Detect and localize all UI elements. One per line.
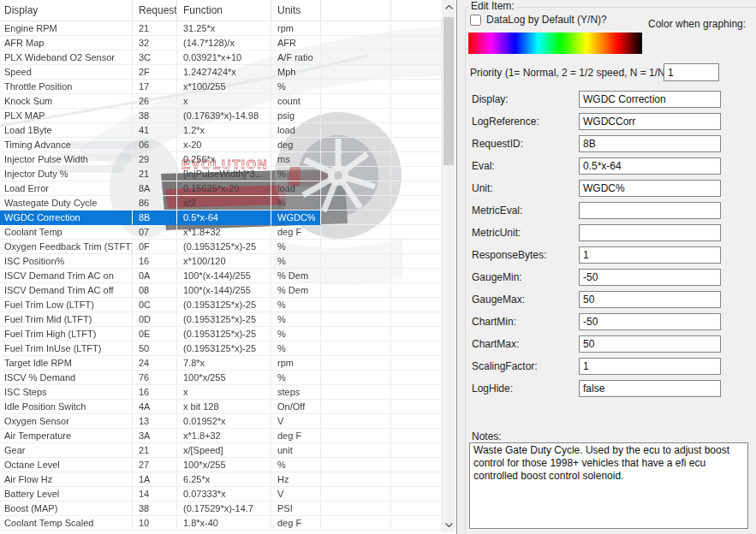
table-row[interactable]: AFR Map32(14.7*128)/xAFR bbox=[0, 36, 442, 50]
table-row[interactable]: Octane Level27100*x/255% bbox=[0, 458, 442, 472]
table-row[interactable]: Oxygen Sensor130.01952*xV bbox=[0, 414, 442, 429]
table-row[interactable]: Air Flow Hz1A6.25*xHz bbox=[0, 472, 442, 487]
graph-color-picker-bar[interactable] bbox=[468, 33, 642, 54]
function-cell: x bbox=[177, 94, 271, 109]
table-row[interactable]: Speed2F1.2427424*xMph bbox=[0, 65, 442, 80]
table-row[interactable]: Load Error8A0.15625*x-20load bbox=[0, 181, 442, 196]
field-input-display[interactable] bbox=[579, 91, 721, 108]
function-cell: 1.8*x-40 bbox=[177, 516, 271, 531]
request-cell: 16 bbox=[133, 385, 177, 400]
field-label-chartmin: ChartMin: bbox=[472, 316, 516, 328]
datalog-default-checkbox[interactable] bbox=[470, 15, 481, 26]
table-row[interactable]: Oxygen Feedback Trim (STFT)0F(0.1953125*… bbox=[0, 240, 442, 254]
spacer-cell bbox=[391, 181, 442, 196]
field-input-requestid[interactable] bbox=[579, 135, 721, 152]
field-input-unit[interactable] bbox=[579, 180, 721, 197]
function-cell: 100*x/255 bbox=[177, 458, 271, 472]
table-row[interactable]: Target Idle RPM247.8*xrpm bbox=[0, 356, 442, 371]
field-input-eval[interactable] bbox=[579, 157, 721, 175]
table-row[interactable]: Wastegate Duty Cycle86x/2% bbox=[0, 196, 442, 211]
vertical-scrollbar[interactable] bbox=[442, 0, 455, 532]
field-input-responsebytes[interactable] bbox=[579, 246, 721, 264]
request-cell: 21 bbox=[133, 21, 177, 36]
datalog-default-label: DataLog by Default (Y/N)? bbox=[486, 14, 607, 26]
table-row[interactable]: WGDC Correction8B0.5*x-64WGDC% bbox=[0, 211, 442, 225]
field-input-chartmin[interactable] bbox=[579, 313, 721, 330]
scrollbar-thumb[interactable] bbox=[443, 17, 454, 165]
table-row[interactable]: Throttle Position17x*100/255% bbox=[0, 80, 442, 94]
notes-textarea[interactable]: Waste Gate Duty Cycle. Used by the ecu t… bbox=[469, 442, 748, 529]
request-cell: 38 bbox=[133, 109, 177, 123]
table-row[interactable]: Boost (MAP)38(0.17529*x)-14.7PSI bbox=[0, 501, 442, 516]
request-cell: 0F bbox=[133, 240, 177, 254]
field-input-gaugemax[interactable] bbox=[579, 291, 721, 308]
spacer-cell bbox=[391, 152, 442, 167]
display-cell: Coolant Temp Scaled bbox=[0, 516, 133, 531]
table-row[interactable]: ISCV % Demand76100*x/255% bbox=[0, 371, 442, 385]
table-row[interactable]: Load 1Byte411.2*xload bbox=[0, 123, 442, 138]
function-cell: x bbox=[177, 385, 271, 400]
table-row[interactable]: Knock Sum26xcount bbox=[0, 94, 442, 109]
field-input-scalingfactor[interactable] bbox=[579, 358, 721, 375]
display-cell: Load Error bbox=[0, 181, 133, 196]
table-row[interactable]: PLX Wideband O2 Sensor3C0.03921*x+10A/F … bbox=[0, 50, 442, 65]
units-cell: % bbox=[271, 240, 321, 254]
column-header-units[interactable]: Units bbox=[271, 0, 321, 21]
function-cell: (0.17529*x)-14.7 bbox=[177, 501, 271, 516]
edit-item-panel: Edit Item: DataLog by Default (Y/N)? Col… bbox=[457, 0, 756, 534]
field-input-metriceval[interactable] bbox=[579, 202, 721, 219]
column-header-function[interactable]: Function bbox=[177, 0, 271, 21]
table-row[interactable]: Injector Pulse Width290.256*xms bbox=[0, 152, 442, 167]
table-row[interactable]: Fuel Trim Low (LTFT)0C(0.1953125*x)-25% bbox=[0, 298, 442, 312]
units-cell: % Dem bbox=[271, 283, 321, 298]
table-row[interactable]: Timing Advance06x-20deg bbox=[0, 138, 442, 152]
table-row[interactable]: Fuel Trim InUse (LTFT)50(0.1953125*x)-25… bbox=[0, 341, 442, 356]
field-input-metricunit[interactable] bbox=[579, 224, 721, 241]
spacer-cell bbox=[321, 341, 391, 356]
spacer-cell bbox=[391, 240, 442, 254]
units-cell: % bbox=[271, 458, 321, 472]
table-row[interactable]: ISCV Demand Trim AC off08100*(x-144)/255… bbox=[0, 283, 442, 298]
field-input-loghide[interactable] bbox=[579, 380, 721, 397]
request-cell: 4A bbox=[133, 400, 177, 414]
column-header-display[interactable]: Display bbox=[0, 0, 133, 21]
display-cell: Idle Position Switch bbox=[0, 400, 133, 414]
table-row[interactable]: Coolant Temp07x*1.8+32deg F bbox=[0, 225, 442, 240]
field-input-gaugemin[interactable] bbox=[579, 269, 721, 286]
display-cell: Throttle Position bbox=[0, 80, 133, 94]
table-row[interactable]: Fuel Trim Mid (LTFT)0D(0.1953125*x)-25% bbox=[0, 312, 442, 327]
display-cell: Target Idle RPM bbox=[0, 356, 133, 371]
table-row[interactable]: Idle Position Switch4Ax bit 128On/Off bbox=[0, 400, 442, 414]
table-row[interactable]: PLX MAP38(0.17639*x)-14.98psig bbox=[0, 109, 442, 123]
scroll-up-button[interactable] bbox=[442, 0, 455, 15]
table-row[interactable]: Air Temperature3Ax*1.8+32deg F bbox=[0, 429, 442, 443]
table-row[interactable]: Engine RPM2131.25*xrpm bbox=[0, 21, 442, 36]
table-row[interactable]: Injector Duty %21[InjPulseWidth]*3...% bbox=[0, 167, 442, 181]
field-input-logreference[interactable] bbox=[579, 113, 721, 130]
table-row[interactable]: ISC Steps16xsteps bbox=[0, 385, 442, 400]
table-row[interactable]: ISCV Demand Trim AC on0A100*(x-144)/255%… bbox=[0, 269, 442, 283]
request-cell: 27 bbox=[133, 458, 177, 472]
request-cell: 8A bbox=[133, 181, 177, 196]
units-cell: deg F bbox=[271, 225, 321, 240]
priority-input[interactable] bbox=[664, 63, 719, 81]
parameter-table: EVOLUTION DisplayRequestFunctionUnits bbox=[0, 0, 457, 534]
display-cell: Speed bbox=[0, 65, 133, 80]
table-row[interactable]: Coolant Temp Scaled101.8*x-40deg F bbox=[0, 516, 442, 531]
scroll-down-button[interactable] bbox=[442, 518, 455, 532]
chevron-up-icon bbox=[445, 5, 453, 9]
field-input-chartmax[interactable] bbox=[579, 335, 721, 353]
table-row[interactable]: Gear21x/[Speed]unit bbox=[0, 443, 442, 458]
request-cell: 3A bbox=[133, 429, 177, 443]
function-cell: x*1.8+32 bbox=[177, 225, 271, 240]
display-cell: ISC Steps bbox=[0, 385, 133, 400]
spacer-cell bbox=[321, 516, 391, 531]
table-row[interactable]: Battery Level140.07333*xV bbox=[0, 487, 442, 501]
spacer-cell bbox=[391, 211, 442, 225]
column-header-request[interactable]: Request bbox=[133, 0, 177, 21]
units-cell: % bbox=[271, 312, 321, 327]
spacer-cell bbox=[321, 312, 391, 327]
table-row[interactable]: ISC Position%16x*100/120% bbox=[0, 254, 442, 269]
units-cell: % bbox=[271, 254, 321, 269]
table-row[interactable]: Fuel Trim High (LTFT)0E(0.1953125*x)-25% bbox=[0, 327, 442, 341]
